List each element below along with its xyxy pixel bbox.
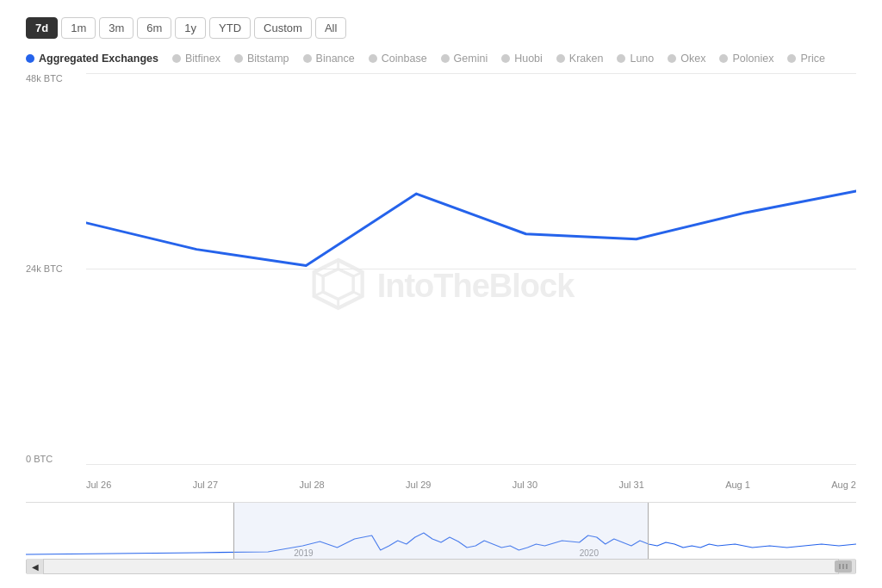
legend: Aggregated ExchangesBitfinexBitstampBina… <box>26 53 856 65</box>
svg-text:2020: 2020 <box>580 548 599 558</box>
svg-text:2019: 2019 <box>294 548 314 558</box>
legend-dot-poloniex <box>719 54 728 63</box>
legend-label-gemini: Gemini <box>454 53 488 65</box>
legend-item-luno[interactable]: Luno <box>617 53 654 65</box>
x-label-aug1: Aug 1 <box>725 480 750 490</box>
x-label-jul29: Jul 29 <box>406 480 431 490</box>
x-label-jul26: Jul 26 <box>86 480 111 490</box>
legend-item-bitstamp[interactable]: Bitstamp <box>234 53 289 65</box>
legend-dot-huobi <box>501 54 510 63</box>
legend-item-huobi[interactable]: Huobi <box>501 53 543 65</box>
scrollbar-track: ◀ ▶ <box>26 559 856 574</box>
main-chart: IntoTheBlock 48k BTC 24k BTC 0 BTC <box>26 73 856 498</box>
scrollbar-arrow-left[interactable]: ◀ <box>27 559 44 574</box>
legend-dot-price <box>787 54 796 63</box>
legend-dot-gemini <box>441 54 450 63</box>
x-axis: Jul 26 Jul 27 Jul 28 Jul 29 Jul 30 Jul 3… <box>86 480 856 490</box>
legend-item-aggregated-exchanges[interactable]: Aggregated Exchanges <box>26 53 158 65</box>
legend-item-coinbase[interactable]: Coinbase <box>369 53 427 65</box>
x-label-jul31: Jul 31 <box>618 480 643 490</box>
legend-label-bitstamp: Bitstamp <box>247 53 289 65</box>
legend-item-gemini[interactable]: Gemini <box>441 53 488 65</box>
x-label-jul27: Jul 27 <box>193 480 218 490</box>
time-btn-1y[interactable]: 1y <box>175 17 206 39</box>
legend-dot-binance <box>303 54 312 63</box>
mini-chart-svg: 2019 2020 <box>26 503 856 559</box>
y-label-24k: 24k BTC <box>26 263 86 274</box>
legend-label-binance: Binance <box>316 53 355 65</box>
legend-label-price: Price <box>800 53 824 65</box>
legend-label-huobi: Huobi <box>514 53 543 65</box>
time-range-selector: 7d1m3m6m1yYTDCustomAll <box>26 17 856 39</box>
legend-label-aggregated-exchanges: Aggregated Exchanges <box>39 53 158 65</box>
legend-item-poloniex[interactable]: Poloniex <box>719 53 773 65</box>
legend-item-binance[interactable]: Binance <box>303 53 355 65</box>
y-label-0: 0 BTC <box>26 454 86 464</box>
legend-label-bitfinex: Bitfinex <box>185 53 220 65</box>
legend-label-poloniex: Poloniex <box>732 53 773 65</box>
legend-dot-okex <box>668 54 676 63</box>
grid-line-bottom <box>86 464 856 465</box>
y-label-48k: 48k BTC <box>26 73 86 84</box>
legend-label-okex: Okex <box>680 53 705 65</box>
scrollbar-thumb[interactable] <box>835 560 852 573</box>
x-label-jul28: Jul 28 <box>299 480 324 490</box>
legend-dot-kraken <box>556 54 565 63</box>
x-label-aug2: Aug 2 <box>831 480 856 490</box>
time-btn-custom[interactable]: Custom <box>254 17 312 39</box>
time-btn-1m[interactable]: 1m <box>61 17 96 39</box>
legend-dot-bitstamp <box>234 54 243 63</box>
time-btn-ytd[interactable]: YTD <box>209 17 251 39</box>
time-btn-all[interactable]: All <box>315 17 346 39</box>
legend-label-luno: Luno <box>630 53 654 65</box>
legend-item-bitfinex[interactable]: Bitfinex <box>172 53 220 65</box>
x-label-jul30: Jul 30 <box>512 480 537 490</box>
time-btn-6m[interactable]: 6m <box>137 17 171 39</box>
main-chart-svg <box>86 73 856 330</box>
legend-item-okex[interactable]: Okex <box>668 53 705 65</box>
legend-label-coinbase: Coinbase <box>382 53 427 65</box>
time-btn-3m[interactable]: 3m <box>99 17 134 39</box>
scrollbar-grip-icon <box>838 562 848 571</box>
legend-dot-coinbase <box>369 54 377 63</box>
legend-item-kraken[interactable]: Kraken <box>556 53 604 65</box>
legend-item-price[interactable]: Price <box>787 53 824 65</box>
y-axis: 48k BTC 24k BTC 0 BTC <box>26 73 86 464</box>
legend-dot-luno <box>617 54 625 63</box>
legend-dot-aggregated-exchanges <box>26 54 34 63</box>
chart-area: IntoTheBlock 48k BTC 24k BTC 0 BTC <box>26 73 856 579</box>
page-container: 7d1m3m6m1yYTDCustomAll Aggregated Exchan… <box>0 0 882 588</box>
legend-label-kraken: Kraken <box>569 53 604 65</box>
legend-dot-bitfinex <box>172 54 181 63</box>
time-btn-7d[interactable]: 7d <box>26 17 58 39</box>
mini-chart-container: 2019 2020 ◀ ▶ <box>26 502 856 579</box>
